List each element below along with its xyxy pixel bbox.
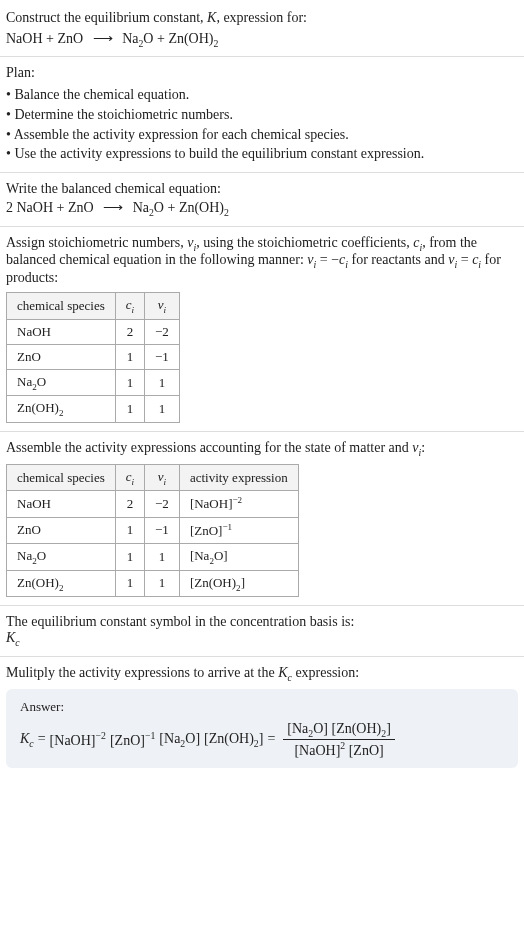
answer-label: Answer:	[20, 699, 504, 715]
multiply-section: Mulitply the activity expressions to arr…	[0, 656, 524, 776]
product-znoh2: Zn(OH)2	[179, 200, 229, 215]
cell-species: NaOH	[7, 491, 116, 517]
stoich-table: chemical species ci νi NaOH 2 −2 ZnO 1 −…	[6, 292, 180, 423]
cell-activity: [ZnO]−1	[179, 517, 298, 543]
col-species: chemical species	[7, 293, 116, 320]
cell-nui: 1	[145, 369, 180, 396]
balanced-section: Write the balanced chemical equation: 2 …	[0, 172, 524, 226]
symbol-text: The equilibrium constant symbol in the c…	[6, 614, 518, 630]
plan-section: Plan: Balance the chemical equation. Det…	[0, 56, 524, 171]
balanced-equation: 2 NaOH + ZnO ⟶ Na2O + Zn(OH)2	[6, 199, 518, 218]
prompt-K: K	[207, 10, 216, 25]
table-row: ZnO 1 −1 [ZnO]−1	[7, 517, 299, 543]
cell-activity: [Zn(OH)2]	[179, 570, 298, 597]
coef-2: 2	[6, 200, 13, 215]
fraction-numerator: [Na2O] [Zn(OH)2]	[283, 721, 395, 740]
cell-nui: −1	[145, 344, 180, 369]
plan-list: Balance the chemical equation. Determine…	[6, 85, 518, 163]
activity-intro: Assemble the activity expressions accoun…	[6, 440, 518, 458]
cell-species: Zn(OH)2	[7, 396, 116, 423]
col-nui: νi	[145, 293, 180, 320]
table-row: ZnO 1 −1	[7, 344, 180, 369]
prompt-tail: , expression for:	[216, 10, 307, 25]
symbol-kc: Kc	[6, 630, 518, 648]
table-row: NaOH 2 −2 [NaOH]−2	[7, 491, 299, 517]
answer-box: Answer: Kc = [NaOH]−2 [ZnO]−1 [Na2O] [Zn…	[6, 689, 518, 768]
cell-activity: [NaOH]−2	[179, 491, 298, 517]
reaction-arrow-icon: ⟶	[103, 199, 123, 216]
table-row: NaOH 2 −2	[7, 319, 180, 344]
table-header-row: chemical species ci νi activity expressi…	[7, 464, 299, 491]
term-znoh2: [Zn(OH)2]	[204, 731, 263, 749]
kc-expression: Kc = [NaOH]−2 [ZnO]−1 [Na2O] [Zn(OH)2] =…	[20, 721, 504, 758]
plus-sign: +	[157, 31, 165, 46]
cell-species: NaOH	[7, 319, 116, 344]
cell-species: Zn(OH)2	[7, 570, 116, 597]
problem-statement: Construct the equilibrium constant, K, e…	[0, 0, 524, 56]
term-naoh: [NaOH]−2	[50, 730, 106, 749]
table-row: Na2O 1 1	[7, 369, 180, 396]
col-ci: ci	[115, 293, 144, 320]
cell-ci: 1	[115, 369, 144, 396]
reactant-naoh: NaOH	[6, 31, 43, 46]
cell-ci: 1	[115, 396, 144, 423]
multiply-text: Mulitply the activity expressions to arr…	[6, 665, 518, 683]
col-activity: activity expression	[179, 464, 298, 491]
plan-item: Balance the chemical equation.	[6, 85, 518, 105]
fraction: [Na2O] [Zn(OH)2] [NaOH]2 [ZnO]	[283, 721, 395, 758]
cell-nui: −2	[145, 319, 180, 344]
plus-sign: +	[46, 31, 54, 46]
balanced-title: Write the balanced chemical equation:	[6, 181, 518, 197]
cell-ci: 1	[115, 570, 144, 597]
reactant-zno: ZnO	[68, 200, 94, 215]
fraction-denominator: [NaOH]2 [ZnO]	[290, 740, 387, 759]
reactant-naoh: NaOH	[17, 200, 54, 215]
symbol-section: The equilibrium constant symbol in the c…	[0, 605, 524, 656]
product-znoh2: Zn(OH)2	[168, 31, 218, 46]
cell-activity: [Na2O]	[179, 543, 298, 570]
activity-section: Assemble the activity expressions accoun…	[0, 431, 524, 605]
equals-sign: =	[38, 731, 46, 747]
cell-species: ZnO	[7, 344, 116, 369]
col-nui: νi	[145, 464, 180, 491]
cell-nui: 1	[145, 396, 180, 423]
unbalanced-equation: NaOH + ZnO ⟶ Na2O + Zn(OH)2	[6, 30, 518, 49]
cell-ci: 1	[115, 543, 144, 570]
stoich-section: Assign stoichiometric numbers, νi, using…	[0, 226, 524, 431]
prompt-part1: Construct the equilibrium constant,	[6, 10, 207, 25]
stoich-intro: Assign stoichiometric numbers, νi, using…	[6, 235, 518, 287]
cell-species: Na2O	[7, 369, 116, 396]
table-row: Zn(OH)2 1 1 [Zn(OH)2]	[7, 570, 299, 597]
plan-title: Plan:	[6, 65, 518, 81]
cell-nui: 1	[145, 543, 180, 570]
table-row: Zn(OH)2 1 1	[7, 396, 180, 423]
prompt-text: Construct the equilibrium constant, K, e…	[6, 8, 518, 28]
cell-nui: −2	[145, 491, 180, 517]
term-zno: [ZnO]−1	[110, 730, 155, 749]
kc-symbol: Kc	[20, 731, 34, 749]
plan-item: Determine the stoichiometric numbers.	[6, 105, 518, 125]
cell-nui: 1	[145, 570, 180, 597]
cell-ci: 1	[115, 517, 144, 543]
cell-ci: 2	[115, 491, 144, 517]
product-na2o: Na2O	[122, 31, 153, 46]
reaction-arrow-icon: ⟶	[93, 30, 113, 47]
plan-item: Use the activity expressions to build th…	[6, 144, 518, 164]
activity-table: chemical species ci νi activity expressi…	[6, 464, 299, 597]
col-species: chemical species	[7, 464, 116, 491]
plus-sign: +	[57, 200, 65, 215]
table-row: Na2O 1 1 [Na2O]	[7, 543, 299, 570]
table-header-row: chemical species ci νi	[7, 293, 180, 320]
cell-species: Na2O	[7, 543, 116, 570]
cell-ci: 1	[115, 344, 144, 369]
cell-nui: −1	[145, 517, 180, 543]
equals-sign: =	[267, 731, 275, 747]
cell-species: ZnO	[7, 517, 116, 543]
reactant-zno: ZnO	[57, 31, 83, 46]
term-na2o: [Na2O]	[159, 731, 200, 749]
product-na2o: Na2O	[133, 200, 164, 215]
col-ci: ci	[115, 464, 144, 491]
cell-ci: 2	[115, 319, 144, 344]
plus-sign: +	[167, 200, 175, 215]
plan-item: Assemble the activity expression for eac…	[6, 125, 518, 145]
